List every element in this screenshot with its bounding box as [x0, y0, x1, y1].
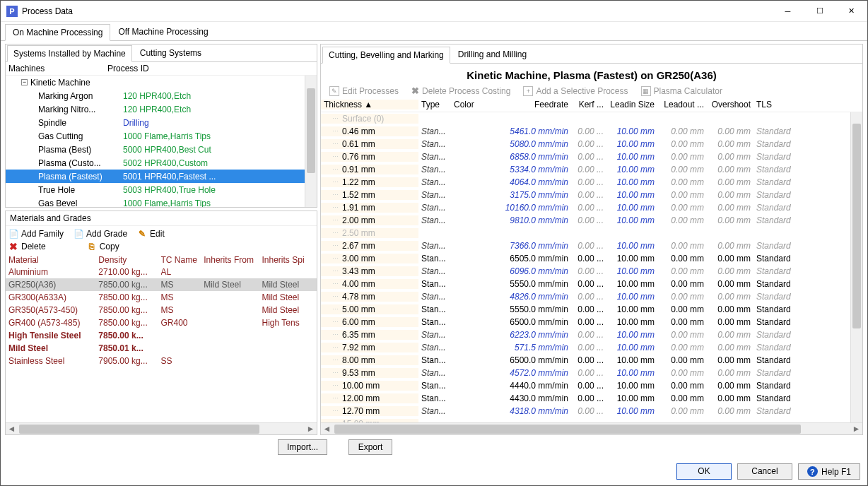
- delete-costing-button[interactable]: ✖Delete Process Costing: [411, 85, 510, 96]
- tab-on-machine[interactable]: On Machine Processing: [5, 24, 110, 41]
- thickness-row[interactable]: ⋯1.52 mmStan...3175.0 mm/min0.00 ...10.0…: [321, 189, 850, 201]
- thickness-scrollbar-h[interactable]: ◄►: [321, 422, 862, 434]
- thickness-row[interactable]: ⋯8.00 mmStan...6500.0 mm/min0.00 ...10.0…: [321, 354, 850, 367]
- thickness-row[interactable]: ⋯4.78 mmStan...4826.0 mm/min0.00 ...10.0…: [321, 290, 850, 303]
- edit-button[interactable]: ✎Edit: [137, 229, 165, 239]
- col-density[interactable]: Density: [98, 255, 160, 265]
- tree-row[interactable]: Plasma (Fastest)5001 HPR400,Fastest ...: [6, 170, 317, 183]
- cancel-button[interactable]: Cancel: [737, 463, 792, 480]
- plasma-calc-button[interactable]: ▦Plasma Calculator: [641, 86, 722, 96]
- material-row[interactable]: High Tensile Steel7850.00 k...: [6, 329, 317, 342]
- thickness-table[interactable]: ⋯Surface (0)⋯0.46 mmStan...5461.0 mm/min…: [321, 112, 850, 422]
- export-button[interactable]: Export: [348, 439, 392, 455]
- import-button[interactable]: Import...: [278, 439, 327, 455]
- material-row[interactable]: Stainless Steel7905.00 kg...SS: [6, 355, 317, 367]
- material-row[interactable]: Mild Steel7850.01 k...: [6, 342, 317, 355]
- process-title: Kinetic Machine, Plasma (Fastest) on GR2…: [321, 64, 862, 84]
- col-inherits-spi[interactable]: Inherits Spi: [262, 255, 314, 265]
- col-leadout[interactable]: Leadout ...: [657, 100, 707, 109]
- maximize-button[interactable]: ☐: [804, 1, 835, 22]
- tree-scrollbar[interactable]: [305, 76, 317, 207]
- add-grade-button[interactable]: 📄Add Grade: [74, 229, 127, 239]
- col-material[interactable]: Material: [8, 255, 98, 265]
- tab-off-machine[interactable]: Off Machine Processing: [110, 23, 216, 40]
- thickness-scrollbar-v[interactable]: [850, 112, 862, 422]
- tree-root[interactable]: −Kinetic Machine: [6, 76, 317, 89]
- thickness-row[interactable]: ⋯1.91 mmStan...10160.0 mm/min0.00 ...10.…: [321, 201, 850, 214]
- materials-scrollbar-h[interactable]: ◄►: [6, 422, 317, 434]
- tree-row[interactable]: SpindleDrilling: [6, 116, 317, 129]
- tab-drilling-milling[interactable]: Drilling and Milling: [452, 46, 533, 63]
- col-thickness[interactable]: Thickness ▲: [321, 100, 418, 109]
- tree-row[interactable]: Marking Argon120 HPR400,Etch: [6, 89, 317, 102]
- tab-cutting-bevelling[interactable]: Cutting, Bevelling and Marking: [322, 47, 450, 64]
- material-row[interactable]: GR400 (A573-485)7850.00 kg...GR400High T…: [6, 316, 317, 329]
- thickness-row[interactable]: ⋯1.22 mmStan...4064.0 mm/min0.00 ...10.0…: [321, 176, 850, 189]
- add-doc-icon: +: [523, 86, 533, 96]
- tab-cutting-systems[interactable]: Cutting Systems: [134, 45, 208, 61]
- thickness-row[interactable]: ⋯0.76 mmStan...6858.0 mm/min0.00 ...10.0…: [321, 150, 850, 163]
- tree-row[interactable]: Marking Nitro...120 HPR400,Etch: [6, 102, 317, 116]
- tree-row[interactable]: Gas Cutting1000 Flame,Harris Tips: [6, 129, 317, 143]
- materials-panel: Materials and Grades 📄Add Family 📄Add Gr…: [5, 211, 317, 435]
- thickness-row[interactable]: ⋯10.00 mmStan...4440.0 mm/min0.00 ...10.…: [321, 379, 850, 392]
- pencil-icon: ✎: [329, 86, 339, 96]
- col-leadin[interactable]: Leadin Size: [606, 100, 657, 109]
- thickness-row[interactable]: ⋯3.00 mmStan...6505.0 mm/min0.00 ...10.0…: [321, 252, 850, 265]
- col-kerf[interactable]: Kerf ...: [571, 100, 606, 109]
- x-icon: ✖: [411, 85, 419, 96]
- edit-processes-button[interactable]: ✎Edit Processes: [329, 86, 399, 96]
- help-button[interactable]: ?Help F1: [798, 463, 860, 480]
- add-grade-icon: 📄: [74, 229, 83, 239]
- col-tcname[interactable]: TC Name: [161, 255, 204, 265]
- app-icon: P: [6, 6, 18, 17]
- thickness-row[interactable]: ⋯2.50 mm: [321, 227, 850, 239]
- thickness-row[interactable]: ⋯0.46 mmStan...5461.0 mm/min0.00 ...10.0…: [321, 125, 850, 138]
- tree-row[interactable]: Gas Bevel1000 Flame,Harris Tips: [6, 196, 317, 207]
- add-selective-button[interactable]: +Add a Selective Process: [523, 86, 628, 96]
- materials-table[interactable]: Aluminium2710.00 kg...ALGR250(A36)7850.0…: [6, 266, 317, 422]
- col-overshoot[interactable]: Overshoot: [707, 100, 753, 109]
- col-color[interactable]: Color: [451, 100, 502, 109]
- ok-button[interactable]: OK: [676, 463, 732, 480]
- thickness-row[interactable]: ⋯6.00 mmStan...6500.0 mm/min0.00 ...10.0…: [321, 316, 850, 328]
- systems-panel: Systems Installed by Machine Cutting Sys…: [5, 44, 317, 208]
- close-button[interactable]: ✕: [835, 1, 867, 22]
- thickness-row[interactable]: ⋯3.43 mmStan...6096.0 mm/min0.00 ...10.0…: [321, 265, 850, 278]
- outer-tabs: On Machine Processing Off Machine Proces…: [1, 22, 867, 41]
- copy-button[interactable]: ⎘Copy: [87, 242, 119, 251]
- tree-row[interactable]: Plasma (Custo...5002 HPR400,Custom: [6, 156, 317, 170]
- material-row[interactable]: GR350(A573-450)7850.00 kg...MSMild Steel: [6, 304, 317, 316]
- material-row[interactable]: GR300(A633A)7850.00 kg...MSMild Steel: [6, 291, 317, 304]
- thickness-row[interactable]: ⋯0.61 mmStan...5080.0 mm/min0.00 ...10.0…: [321, 138, 850, 150]
- tree-row[interactable]: True Hole5003 HPR400,True Hole: [6, 183, 317, 196]
- thickness-row[interactable]: ⋯2.67 mmStan...7366.0 mm/min0.00 ...10.0…: [321, 239, 850, 252]
- material-row[interactable]: Aluminium2710.00 kg...AL: [6, 266, 317, 278]
- thickness-row[interactable]: ⋯12.00 mmStan...4430.0 mm/min0.00 ...10.…: [321, 392, 850, 405]
- machine-tree[interactable]: −Kinetic MachineMarking Argon120 HPR400,…: [6, 76, 317, 207]
- thickness-row[interactable]: ⋯12.70 mmStan...4318.0 mm/min0.00 ...10.…: [321, 405, 850, 417]
- calculator-icon: ▦: [641, 86, 651, 96]
- thickness-row[interactable]: ⋯7.92 mmStan...571.5 mm/min0.00 ...10.00…: [321, 341, 850, 354]
- col-feedrate[interactable]: Feedrate: [502, 100, 571, 109]
- thickness-row[interactable]: ⋯4.00 mmStan...5550.0 mm/min0.00 ...10.0…: [321, 278, 850, 290]
- minimize-button[interactable]: ─: [772, 1, 804, 22]
- thickness-row-dim[interactable]: ⋯15.00 mm: [321, 417, 850, 422]
- col-inherits-from[interactable]: Inherits From: [204, 255, 262, 265]
- window-title: Process Data: [22, 6, 772, 16]
- thickness-row[interactable]: ⋯2.00 mmStan...9810.0 mm/min0.00 ...10.0…: [321, 214, 850, 227]
- tree-row[interactable]: Plasma (Best)5000 HPR400,Best Cut: [6, 143, 317, 156]
- edit-icon: ✎: [137, 229, 147, 239]
- surface-row[interactable]: ⋯Surface (0): [321, 112, 850, 125]
- add-family-button[interactable]: 📄Add Family: [8, 229, 64, 239]
- col-tls[interactable]: TLS: [753, 100, 797, 109]
- add-family-icon: 📄: [8, 229, 18, 239]
- thickness-row[interactable]: ⋯9.53 mmStan...4572.0 mm/min0.00 ...10.0…: [321, 367, 850, 379]
- thickness-row[interactable]: ⋯5.00 mmStan...5550.0 mm/min0.00 ...10.0…: [321, 303, 850, 316]
- tab-systems-installed[interactable]: Systems Installed by Machine: [7, 45, 132, 62]
- material-row[interactable]: GR250(A36)7850.00 kg...MSMild SteelMild …: [6, 278, 317, 291]
- thickness-row[interactable]: ⋯6.35 mmStan...6223.0 mm/min0.00 ...10.0…: [321, 328, 850, 341]
- delete-button[interactable]: ✖Delete: [8, 242, 46, 251]
- col-type[interactable]: Type: [418, 100, 451, 109]
- thickness-row[interactable]: ⋯0.91 mmStan...5334.0 mm/min0.00 ...10.0…: [321, 163, 850, 176]
